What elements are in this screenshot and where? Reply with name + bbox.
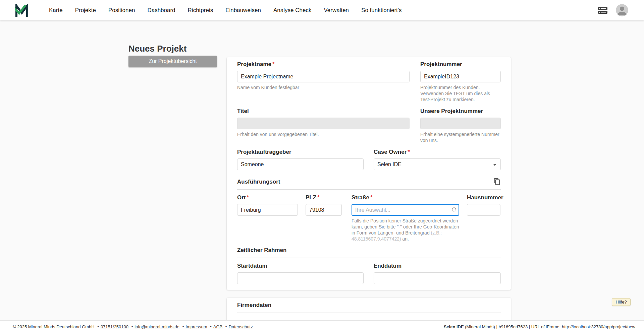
firmendaten-card: Firmendaten <box>227 298 511 320</box>
startdatum-input[interactable] <box>237 272 364 284</box>
session-info: (Mineral Minds) | b91695ed7623 | URL of … <box>464 324 635 329</box>
strasse-input[interactable] <box>352 204 459 216</box>
phone-link[interactable]: 07151/250100 <box>101 324 128 329</box>
startdatum-label: Startdatum <box>237 263 364 269</box>
case-owner-select[interactable]: Selen IDE <box>374 158 501 170</box>
nav-item-so-funktionierts[interactable]: So funktioniert's <box>361 7 401 14</box>
field-titel: Titel Erhält den von uns vorgegebenen Ti… <box>237 108 410 137</box>
projektname-helper: Name vom Kunden festlegbar <box>237 84 410 90</box>
unsere-projektnummer-input <box>420 118 501 129</box>
footer-left: © 2025 Mineral Minds Deutschland GmbH •0… <box>13 324 253 329</box>
footer: © 2025 Mineral Minds Deutschland GmbH •0… <box>0 320 644 333</box>
required-asterisk: * <box>370 194 373 201</box>
titel-input <box>237 118 410 129</box>
projektauftraggeber-label: Projektauftraggeber <box>237 149 364 155</box>
field-plz: PLZ* <box>306 194 342 216</box>
project-overview-button[interactable]: Zur Projektübersicht <box>128 56 217 67</box>
hausnummer-input[interactable] <box>467 204 500 216</box>
impressum-link[interactable]: Impressum <box>185 324 207 329</box>
required-asterisk: * <box>272 61 275 67</box>
projektname-input[interactable] <box>237 71 410 82</box>
enddatum-input[interactable] <box>374 272 501 284</box>
titel-helper: Erhält den von uns vorgegebenen Titel. <box>237 131 410 137</box>
required-asterisk: * <box>317 194 320 201</box>
section-zeitlicher-rahmen: Zeitlicher Rahmen <box>237 247 501 258</box>
session-user: Selen IDE <box>444 324 464 329</box>
projektname-label: Projektname* <box>237 61 410 68</box>
unsere-projektnummer-helper: Erhält eine systemgenerierte Nummer von … <box>420 131 501 143</box>
email-link[interactable]: info@mineral-minds.de <box>135 324 179 329</box>
datenschutz-link[interactable]: Datenschutz <box>228 324 253 329</box>
projektnummer-input[interactable] <box>420 71 501 82</box>
footer-right: Selen IDE (Mineral Minds) | b91695ed7623… <box>444 324 635 329</box>
nav-item-richtpreis[interactable]: Richtpreis <box>188 7 213 14</box>
case-owner-label: Case Owner* <box>374 149 501 155</box>
zeitlicher-rahmen-title: Zeitlicher Rahmen <box>237 247 286 254</box>
plz-label: PLZ* <box>306 194 342 201</box>
copy-button[interactable] <box>493 178 501 185</box>
plz-input[interactable] <box>306 204 342 216</box>
field-startdatum: Startdatum <box>237 263 364 284</box>
firmendaten-title: Firmendaten <box>237 302 271 309</box>
loading-spinner-icon <box>452 207 456 212</box>
projektauftraggeber-input[interactable] <box>237 158 364 170</box>
mineral-minds-logo-icon[interactable] <box>15 3 31 17</box>
field-hausnummer: Hausnummer <box>467 194 500 216</box>
strasse-helper: Falls die Position keiner Straße zugeord… <box>352 218 459 242</box>
hausnummer-label: Hausnummer <box>467 194 500 201</box>
navbar-right <box>598 4 644 16</box>
user-avatar[interactable] <box>616 4 628 16</box>
server-icon[interactable] <box>598 6 608 14</box>
nav-item-einbauweisen[interactable]: Einbauweisen <box>225 7 261 14</box>
agb-link[interactable]: AGB <box>213 324 222 329</box>
field-enddatum: Enddatum <box>374 263 501 284</box>
case-owner-value: Selen IDE <box>377 161 401 168</box>
ort-label: Ort* <box>237 194 298 201</box>
help-button[interactable]: Hilfe? <box>612 298 631 306</box>
top-navbar: Karte Projekte Positionen Dashboard Rich… <box>0 0 644 20</box>
nav-item-verwalten[interactable]: Verwalten <box>324 7 349 14</box>
projektnummer-label: Projektnummer <box>420 61 501 68</box>
ausfuehrungsort-title: Ausführungsort <box>237 179 280 185</box>
field-projektname: Projektname* Name vom Kunden festlegbar <box>237 61 410 90</box>
nav-item-analyse-check[interactable]: Analyse Check <box>273 7 311 14</box>
page-content: Neues Projekt Zur Projektübersicht Proje… <box>0 20 644 320</box>
main-navigation: Karte Projekte Positionen Dashboard Rich… <box>49 7 402 14</box>
field-strasse: Straße* Falls die Position keiner Straße… <box>352 194 459 242</box>
project-form-card: Projektname* Name vom Kunden festlegbar … <box>227 57 511 290</box>
field-ort: Ort* <box>237 194 298 216</box>
titel-label: Titel <box>237 108 410 115</box>
strasse-label: Straße* <box>352 194 459 201</box>
nav-item-dashboard[interactable]: Dashboard <box>147 7 175 14</box>
unsere-projektnummer-label: Unsere Projektnummer <box>420 108 501 115</box>
projektnummer-helper: Projektnummer des Kunden. Verwenden Sie … <box>420 84 501 103</box>
field-unsere-projektnummer: Unsere Projektnummer Erhält eine systemg… <box>420 108 501 143</box>
section-ausfuehrungsort: Ausführungsort <box>237 178 501 190</box>
field-case-owner: Case Owner* Selen IDE <box>374 149 501 170</box>
nav-item-projekte[interactable]: Projekte <box>75 7 96 14</box>
chevron-down-icon <box>493 164 496 166</box>
copyright-text: © 2025 Mineral Minds Deutschland GmbH <box>13 324 95 329</box>
nav-item-karte[interactable]: Karte <box>49 7 63 14</box>
nav-item-positionen[interactable]: Positionen <box>108 7 135 14</box>
field-projektnummer: Projektnummer Projektnummer des Kunden. … <box>420 61 501 103</box>
field-projektauftraggeber: Projektauftraggeber <box>237 149 364 170</box>
section-firmendaten: Firmendaten <box>237 302 501 313</box>
page-title: Neues Projekt <box>128 44 186 54</box>
enddatum-label: Enddatum <box>374 263 501 269</box>
required-asterisk: * <box>408 149 410 155</box>
ort-input[interactable] <box>237 204 298 216</box>
required-asterisk: * <box>247 194 249 201</box>
